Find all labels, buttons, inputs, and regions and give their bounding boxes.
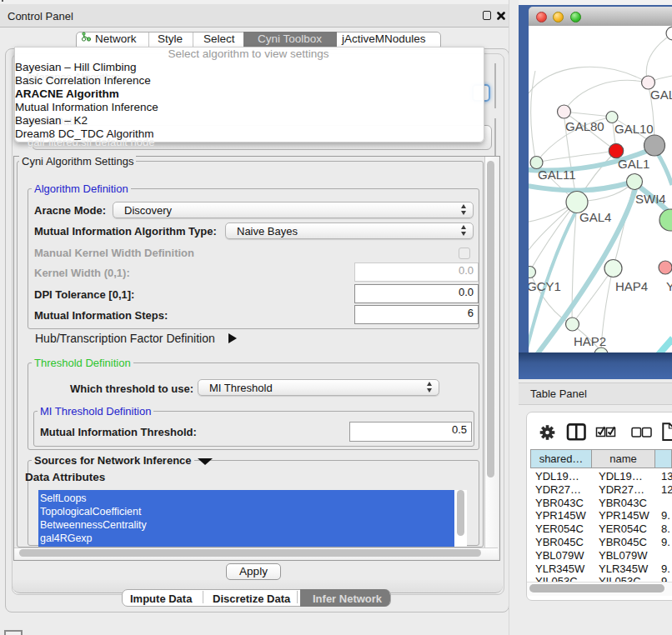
svg-text:GAL10: GAL10	[614, 122, 654, 136]
svg-text:GAL80: GAL80	[565, 119, 604, 133]
svg-text:GAL2: GAL2	[650, 88, 672, 102]
svg-text:GCY1: GCY1	[529, 279, 561, 293]
svg-text:SWI4: SWI4	[635, 192, 666, 206]
svg-text:HAP4: HAP4	[615, 279, 648, 293]
svg-text:GAL1: GAL1	[618, 157, 649, 171]
svg-text:GAL11: GAL11	[538, 168, 576, 182]
svg-text:GAL4: GAL4	[579, 210, 611, 224]
svg-text:HAP2: HAP2	[574, 334, 606, 348]
svg-text:YJ: YJ	[666, 279, 672, 293]
